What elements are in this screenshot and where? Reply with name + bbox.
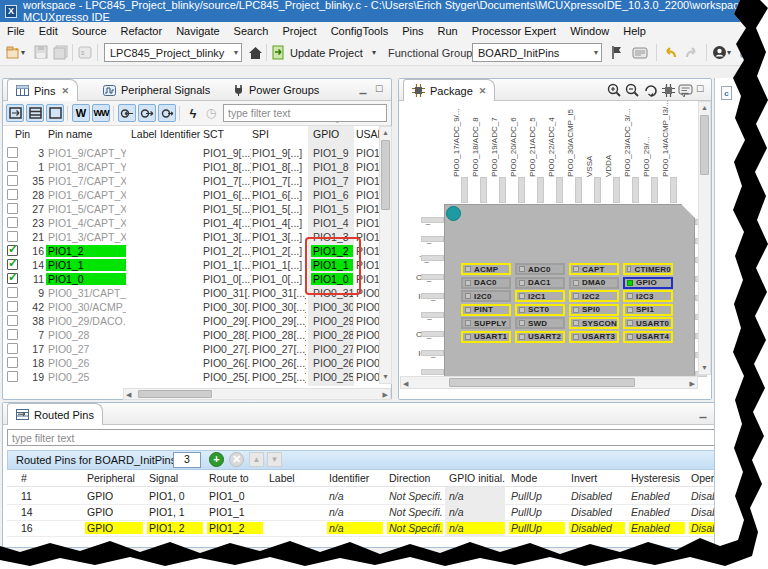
pin-spi[interactable]: PIO1_9[...] — [252, 147, 306, 159]
functional-group-combo[interactable]: BOARD_InitPins ▾ — [472, 43, 602, 62]
menu-item-project[interactable]: Project — [275, 23, 323, 39]
pin-spi[interactable]: PIO0_27[...] — [252, 343, 306, 355]
pin-checkbox[interactable]: ✓ — [7, 245, 18, 256]
pin-spi[interactable]: PIO1_4[...] — [252, 217, 306, 229]
peripheral-usart4[interactable]: USART4 — [623, 331, 673, 343]
table-row[interactable]: 19PIO0_25PIO0_25[...]PIO0_25[...]PIO0_25… — [3, 370, 378, 384]
pin-usart[interactable]: PIO0_ — [356, 315, 379, 327]
peripheral-dac1[interactable]: DAC1 — [515, 277, 565, 289]
pins-filter-input[interactable]: type filter text — [223, 104, 387, 122]
table-row[interactable]: 7PIO0_28PIO0_28[...]PIO0_28[...]PIO0_28P… — [3, 328, 378, 342]
project-combo[interactable]: LPC845_Project_blinky ▾ — [104, 43, 242, 62]
pin-sct[interactable]: PIO1_6[...] — [203, 189, 251, 201]
pin-gpio[interactable]: PIO0_28 — [311, 329, 353, 341]
peripheral-dac0[interactable]: DAC0 — [461, 277, 511, 289]
update-project-caret[interactable]: ▾ — [372, 43, 376, 62]
pin-gpio[interactable]: PIO1_6 — [311, 189, 353, 201]
table-row[interactable]: 38PIO0_29/DACO...PIO0_29[...]PIO0_29[...… — [3, 314, 378, 328]
table-row[interactable]: 27PIO1_5/CAPT_X6PIO1_5[...]PIO1_5[...]PI… — [3, 202, 378, 216]
routed-column-header-identifier[interactable]: Identifier — [329, 472, 383, 484]
save-button[interactable] — [34, 43, 49, 62]
pin-usart[interactable]: PIO1_ — [356, 189, 379, 201]
rotate-icon[interactable] — [641, 81, 659, 99]
peripheral-usart2[interactable]: USART2 — [515, 331, 565, 343]
routed-column-header-hysteresis[interactable]: Hysteresis — [631, 472, 685, 484]
show-rows-icon[interactable] — [26, 104, 44, 122]
pin-checkbox[interactable] — [7, 315, 18, 326]
pin-sct[interactable]: PIO1_9[...] — [203, 147, 251, 159]
move-up-button[interactable]: ▲ — [249, 452, 264, 467]
pin-gpio[interactable]: PIO0_26 — [311, 357, 353, 369]
pin-gpio[interactable]: PIO0_30 — [311, 301, 353, 313]
tab-power-groups[interactable]: Power Groups — [225, 79, 327, 101]
pin-checkbox[interactable]: ✓ — [7, 259, 18, 270]
table-row[interactable]: 3PIO1_9/CAPT_YHPIO1_9[...]PIO1_9[...]PIO… — [3, 146, 378, 160]
peripheral-usart0[interactable]: USART0 — [623, 317, 673, 329]
power-flash-icon[interactable]: ϟ — [184, 104, 202, 122]
pin-checkbox[interactable] — [7, 301, 18, 312]
remove-pin-button[interactable]: ✕ — [229, 452, 244, 467]
pin-checkbox[interactable] — [7, 147, 18, 158]
menu-item-configtools[interactable]: ConfigTools — [324, 23, 395, 39]
pin-sct[interactable]: PIO0_31[...] — [203, 287, 251, 299]
package-vscrollbar[interactable]: ▲▼ — [698, 101, 711, 375]
pin-spi[interactable]: PIO0_31[...] — [252, 287, 306, 299]
package-top-pin-label[interactable]: VSSA — [585, 156, 595, 177]
package-top-pin-label[interactable]: PIO0_22/ADC_4 — [547, 117, 557, 177]
show-columns-icon[interactable] — [46, 104, 64, 122]
pin-usart[interactable]: PIO0_ — [356, 301, 379, 313]
pin-usart[interactable]: PIO0_ — [356, 371, 379, 383]
add-pin-button[interactable]: + — [209, 452, 224, 467]
user-account-button[interactable]: ▾ — [712, 43, 731, 62]
pin-sct[interactable]: PIO0_26[...] — [203, 357, 251, 369]
pin-checkbox[interactable]: ✓ — [7, 273, 18, 284]
table-row[interactable]: 18PIO0_26PIO0_26[...]PIO0_26[...]PIO0_26… — [3, 356, 378, 370]
pin-checkbox[interactable] — [7, 329, 18, 340]
package-hscrollbar[interactable]: ◀▶ — [400, 376, 698, 389]
package-top-pin-label[interactable]: PIO0_23/ADC_3/... — [623, 109, 633, 177]
peripheral-usart3[interactable]: USART3 — [569, 331, 619, 343]
package-vscroll-thumb[interactable] — [700, 115, 709, 175]
pin-gpio[interactable]: PIO0_29 — [311, 315, 353, 327]
table-row[interactable]: 1PIO1_8/CAPT_YLPIO1_8[...]PIO1_8[...]PIO… — [3, 160, 378, 174]
peripheral-checkbox[interactable] — [519, 307, 525, 313]
menu-item-search[interactable]: Search — [227, 23, 276, 39]
tab-pins[interactable]: Pins ✕ — [7, 79, 78, 101]
peripheral-checkbox[interactable] — [573, 307, 579, 313]
pin-sct[interactable]: PIO1_1[...] — [203, 259, 251, 271]
home-button[interactable] — [248, 43, 263, 62]
package-chip-icon[interactable] — [659, 81, 677, 99]
minimize-icon[interactable]: ▁ — [697, 408, 709, 419]
package-top-pin-label[interactable]: PIO0_20/ADC_6 — [509, 117, 519, 177]
peripheral-checkbox[interactable] — [465, 280, 471, 286]
peripheral-ctimer0[interactable]: CTIMER0 — [623, 263, 673, 275]
tab-peripheral-signals[interactable]: Peripheral Signals — [95, 79, 218, 101]
pin-usart[interactable]: PIO1_ — [356, 203, 379, 215]
routed-count-field[interactable]: 3 — [173, 452, 201, 468]
peripheral-checkbox[interactable] — [627, 307, 633, 313]
peripheral-supply[interactable]: SUPPLY — [461, 317, 511, 329]
peripheral-spi0[interactable]: SPI0 — [569, 304, 619, 316]
double-wave-icon[interactable]: WW — [92, 104, 110, 122]
menu-item-navigate[interactable]: Navigate — [169, 23, 226, 39]
pin-spi[interactable]: PIO1_8[...] — [252, 161, 306, 173]
route-pin-right-icon[interactable] — [158, 104, 176, 122]
peripheral-i2c3[interactable]: I2C3 — [623, 290, 673, 302]
table-row[interactable]: 11GPIOPIO1, 0PIO1_0n/aNot Specifi...n/aP… — [7, 489, 731, 505]
pin-sct[interactable]: PIO0_25[...] — [203, 371, 251, 383]
pin-spi[interactable]: PIO1_5[...] — [252, 203, 306, 215]
peripheral-checkbox[interactable] — [519, 266, 525, 272]
pin-gpio[interactable]: PIO1_4 — [311, 217, 353, 229]
pin-usart[interactable]: PIO0_ — [356, 343, 379, 355]
pin-spi[interactable]: PIO0_30[...] — [252, 301, 306, 313]
menu-item-pins[interactable]: Pins — [395, 23, 430, 39]
undo-button[interactable] — [662, 43, 678, 62]
package-top-pin-label[interactable]: PIO0_21/ADC_5 — [528, 117, 538, 177]
pins-vscroll-thumb[interactable] — [381, 140, 390, 210]
tab-routed-pins[interactable]: Routed Pins — [7, 403, 103, 425]
pin-sct[interactable]: PIO0_28[...] — [203, 329, 251, 341]
pin-checkbox[interactable] — [7, 161, 18, 172]
scroll-left-arrow[interactable]: ◀ — [126, 390, 131, 400]
peripheral-checkbox[interactable] — [465, 334, 471, 340]
peripheral-swd[interactable]: SWD — [515, 317, 565, 329]
